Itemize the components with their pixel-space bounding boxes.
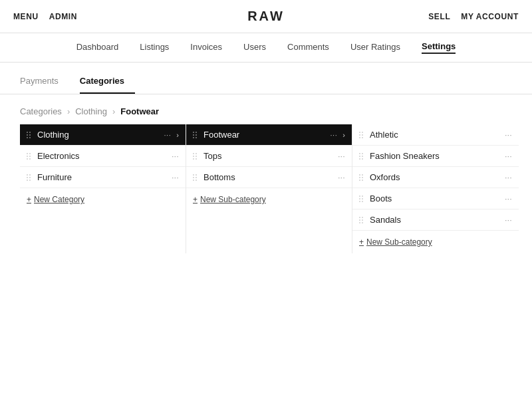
category-more-athletic[interactable]: ···: [505, 131, 512, 139]
nav-item-listings[interactable]: Listings: [140, 42, 169, 53]
category-more-electronics[interactable]: ···: [172, 152, 179, 160]
tab-categories[interactable]: Categories: [80, 72, 135, 94]
add-subcategory-footwear-icon: +: [359, 237, 364, 247]
breadcrumb-categories[interactable]: Categories: [20, 106, 62, 116]
drag-handle-bottoms: [193, 174, 197, 181]
category-more-footwear[interactable]: ···: [331, 131, 338, 139]
drag-handle-footwear: [193, 132, 197, 138]
add-category-button[interactable]: + New Category: [20, 188, 186, 211]
site-logo: RAW: [247, 9, 285, 24]
category-more-clothing[interactable]: ···: [164, 131, 172, 139]
category-row-boots[interactable]: Boots ···: [352, 188, 519, 209]
category-row-footwear[interactable]: Footwear ··· ›: [186, 124, 352, 146]
category-more-tops[interactable]: ···: [338, 152, 345, 160]
category-row-athletic[interactable]: Athletic ···: [352, 124, 519, 146]
column-root: Clothing ··· › Electronics ··· Furniture…: [20, 124, 186, 253]
category-more-sandals[interactable]: ···: [505, 216, 512, 224]
add-subcategory-clothing-button[interactable]: + New Sub-category: [186, 188, 352, 211]
category-label-fashion-sneakers: Fashion Sneakers: [370, 151, 501, 161]
drag-handle-athletic: [359, 132, 363, 138]
category-label-oxfords: Oxfords: [370, 172, 501, 182]
menu-button[interactable]: MENU: [13, 12, 39, 21]
drag-handle-clothing: [27, 132, 31, 138]
add-subcategory-clothing-icon: +: [193, 195, 198, 204]
category-label-tops: Tops: [203, 151, 334, 161]
nav-item-settings[interactable]: Settings: [422, 41, 456, 54]
breadcrumb-sep-2: ›: [112, 106, 115, 116]
drag-handle-fashion-sneakers: [359, 153, 363, 160]
category-label-footwear: Footwear: [203, 130, 327, 140]
sell-button[interactable]: SELL: [428, 12, 450, 21]
breadcrumb-sep-1: ›: [67, 106, 70, 116]
category-label-electronics: Electronics: [37, 151, 168, 161]
admin-button[interactable]: ADMIN: [49, 12, 77, 21]
top-bar-right: SELL MY ACCOUNT: [428, 12, 519, 21]
category-more-boots[interactable]: ···: [505, 195, 512, 203]
add-subcategory-clothing-label: New Sub-category: [200, 195, 266, 204]
drag-handle-oxfords: [359, 174, 363, 181]
category-row-clothing[interactable]: Clothing ··· ›: [20, 124, 186, 146]
breadcrumb: Categories › Clothing › Footwear: [0, 94, 532, 124]
column-clothing: Footwear ··· › Tops ··· Bottoms ··· + Ne: [186, 124, 352, 253]
settings-tabs: Payments Categories: [0, 63, 532, 94]
nav-item-user-ratings[interactable]: User Ratings: [350, 42, 400, 53]
category-row-electronics[interactable]: Electronics ···: [20, 146, 186, 167]
category-row-furniture[interactable]: Furniture ···: [20, 167, 186, 188]
category-row-sandals[interactable]: Sandals ···: [352, 209, 519, 231]
category-label-furniture: Furniture: [37, 172, 168, 182]
main-nav: Dashboard Listings Invoices Users Commen…: [0, 33, 532, 63]
breadcrumb-current: Footwear: [120, 106, 159, 116]
category-row-tops[interactable]: Tops ···: [186, 146, 352, 167]
category-more-furniture[interactable]: ···: [172, 174, 179, 182]
category-label-bottoms: Bottoms: [203, 172, 334, 182]
top-bar: MENU ADMIN RAW SELL MY ACCOUNT: [0, 0, 532, 33]
drag-handle-tops: [193, 153, 197, 160]
nav-item-comments[interactable]: Comments: [287, 42, 329, 53]
add-subcategory-footwear-button[interactable]: + New Sub-category: [352, 231, 519, 253]
drag-handle-boots: [359, 196, 363, 202]
category-label-boots: Boots: [370, 194, 501, 203]
my-account-button[interactable]: MY ACCOUNT: [461, 12, 519, 21]
category-label-athletic: Athletic: [370, 130, 501, 140]
category-more-oxfords[interactable]: ···: [505, 174, 512, 182]
top-bar-left: MENU ADMIN: [13, 12, 77, 21]
add-category-icon: +: [27, 195, 31, 204]
category-more-bottoms[interactable]: ···: [338, 174, 345, 182]
category-more-fashion-sneakers[interactable]: ···: [505, 152, 512, 160]
categories-columns: Clothing ··· › Electronics ··· Furniture…: [0, 124, 532, 253]
category-row-oxfords[interactable]: Oxfords ···: [352, 167, 519, 188]
category-arrow-clothing: ›: [176, 131, 179, 139]
tab-payments[interactable]: Payments: [20, 72, 69, 94]
category-row-fashion-sneakers[interactable]: Fashion Sneakers ···: [352, 146, 519, 167]
category-arrow-footwear: ›: [342, 131, 345, 139]
column-footwear: Athletic ··· Fashion Sneakers ··· Oxford…: [352, 124, 519, 253]
add-subcategory-footwear-label: New Sub-category: [366, 237, 432, 247]
nav-item-invoices[interactable]: Invoices: [190, 42, 222, 53]
drag-handle-furniture: [27, 174, 31, 181]
nav-item-users[interactable]: Users: [243, 42, 266, 53]
category-label-sandals: Sandals: [370, 215, 501, 225]
category-row-bottoms[interactable]: Bottoms ···: [186, 167, 352, 188]
drag-handle-sandals: [359, 217, 363, 223]
add-category-label: New Category: [34, 195, 84, 204]
drag-handle-electronics: [27, 153, 31, 160]
nav-item-dashboard[interactable]: Dashboard: [76, 42, 119, 53]
breadcrumb-clothing[interactable]: Clothing: [75, 106, 107, 116]
category-label-clothing: Clothing: [37, 130, 160, 140]
